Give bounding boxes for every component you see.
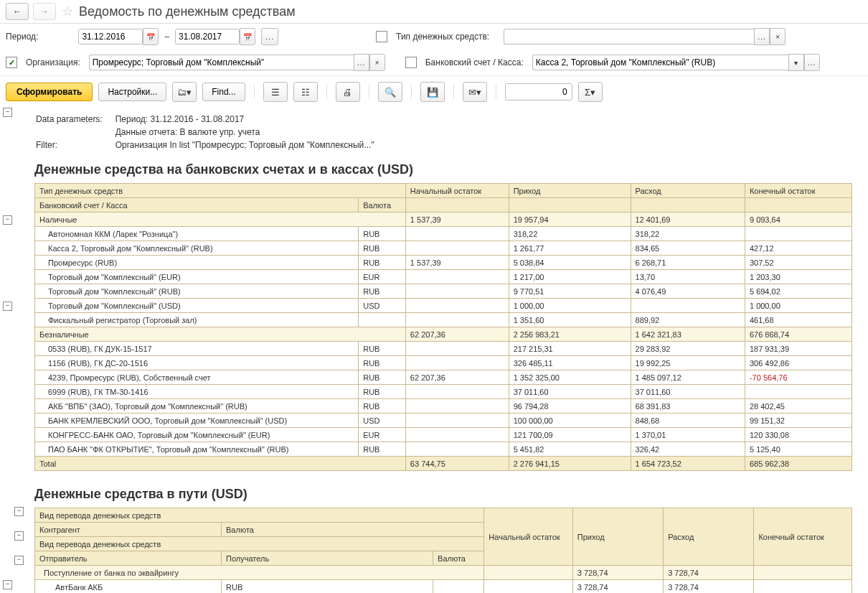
tree-collapse-icon[interactable]: − <box>14 507 24 516</box>
col-sender: Отправитель <box>35 551 222 566</box>
form-button[interactable]: Сформировать <box>6 83 93 101</box>
col-contr: Контрагент <box>35 523 222 537</box>
tree-collapse-icon[interactable]: − <box>3 580 12 589</box>
type-select-button[interactable]: ... <box>754 28 770 45</box>
table-row[interactable]: Касса 2, Торговый дом "Комплексный" (RUB… <box>35 241 852 256</box>
acct-checkbox[interactable] <box>405 57 417 68</box>
numeric-input[interactable] <box>505 83 572 101</box>
col-kind: Вид перевода денежных средств <box>35 508 484 523</box>
group-row[interactable]: Поступление от банка по эквайрингу <box>35 566 484 580</box>
col-curr: Валюта <box>359 198 406 213</box>
dp-line1: Период: 31.12.2016 - 31.08.2017 <box>115 113 386 125</box>
col-end: Конечный остаток <box>745 184 852 198</box>
group-row[interactable]: Безналичные <box>35 327 406 342</box>
col-acct: Банковский счет / Касса <box>35 198 359 213</box>
acct-label: Банковский счет / Касса: <box>425 57 524 67</box>
page-title: Ведомость по денежным средствам <box>79 4 296 19</box>
org-input[interactable] <box>89 55 354 70</box>
type-label: Тип денежных средств: <box>396 32 489 42</box>
variant-button[interactable]: 🗂▾ <box>172 82 197 102</box>
type-checkbox[interactable] <box>376 31 387 42</box>
table-row[interactable]: 6999 (RUB), ГК ТМ-30-1416RUB37 011,6037 … <box>35 385 852 399</box>
date-separator: – <box>164 32 169 42</box>
separator <box>369 85 369 99</box>
separator <box>254 85 255 99</box>
org-label: Организация: <box>26 57 80 67</box>
table-row[interactable]: ПАО БАНК "ФК ОТКРЫТИЕ", Торговый дом "Ко… <box>35 442 852 457</box>
col-out: Расход <box>631 184 745 198</box>
separator <box>496 85 496 99</box>
back-button[interactable]: ← <box>6 3 29 20</box>
save-icon[interactable]: 💾 <box>420 82 445 102</box>
col-in: Приход <box>509 184 631 198</box>
tree-collapse-icon[interactable]: − <box>14 556 24 565</box>
expand-all-icon[interactable]: ☰ <box>263 82 288 102</box>
find-button[interactable]: Find... <box>202 83 245 101</box>
table-row[interactable]: 4239, Промресурс (RUB), Собственный счет… <box>35 370 852 385</box>
filter-value: Организация In list "Промресурс; Торговы… <box>115 139 386 151</box>
type-input[interactable] <box>504 29 754 45</box>
table-row[interactable]: Торговый дом "Комплексный" (USD)USD1 000… <box>35 299 852 313</box>
filter-label: Filter: <box>36 139 114 151</box>
table-row[interactable]: Промресурс (RUB)RUB1 537,395 038,846 268… <box>35 256 852 270</box>
type-clear-button[interactable]: × <box>770 28 786 45</box>
col-curr: Валюта <box>222 523 484 537</box>
col-recv: Получатель <box>222 551 433 566</box>
separator <box>411 85 412 99</box>
col-start: Начальный остаток <box>405 184 509 198</box>
total-row: Total <box>35 457 406 471</box>
table-row[interactable]: Торговый дом "Комплексный" (RUB)RUB9 770… <box>35 284 852 299</box>
date-to-calendar-icon[interactable]: 📅 <box>240 28 255 45</box>
forward-button[interactable]: → <box>33 3 56 20</box>
date-from-input[interactable] <box>78 29 143 45</box>
table-row[interactable]: Торговый дом "Комплексный" (EUR)EUR1 217… <box>35 270 852 284</box>
tree-collapse-icon[interactable]: − <box>3 215 12 225</box>
org-clear-button[interactable]: × <box>369 54 385 71</box>
col-out: Расход <box>664 508 754 566</box>
col-kind2: Вид перевода денежных средств <box>35 537 484 551</box>
section1-title: Денежные средства на банковских счетах и… <box>34 162 868 177</box>
dp-label: Data parameters: <box>36 113 114 125</box>
mail-icon[interactable]: ✉▾ <box>463 82 487 102</box>
table-row[interactable]: КОНГРЕСС-БАНК ОАО, Торговый дом "Комплек… <box>35 428 852 442</box>
print-icon[interactable]: 🖨 <box>336 82 360 102</box>
org-select-button[interactable]: ... <box>354 54 369 71</box>
period-select-button[interactable]: ... <box>261 28 278 45</box>
tree-collapse-icon[interactable]: − <box>14 531 24 541</box>
acct-select-button[interactable]: ... <box>804 54 820 71</box>
table-row[interactable]: 0533 (RUB), ГК ДУК-15-1517RUB217 215,312… <box>35 342 852 356</box>
col-curr: Валюта <box>433 551 484 566</box>
table-row[interactable]: 1156 (RUB), ГК ДС-20-1516RUB326 485,1119… <box>35 356 852 370</box>
section2-title: Денежные средства в пути (USD) <box>34 487 868 502</box>
table-row[interactable]: БАНК КРЕМЛЕВСКИЙ ООО, Торговый дом "Комп… <box>35 414 852 428</box>
separator <box>326 85 327 99</box>
org-checkbox[interactable] <box>6 57 17 68</box>
tree-collapse-icon[interactable]: − <box>3 302 12 311</box>
separator <box>453 85 454 99</box>
date-to-input[interactable] <box>175 29 240 45</box>
tree-collapse-icon[interactable]: − <box>3 108 12 117</box>
col-type: Тип денежных средств <box>35 184 406 198</box>
collapse-all-icon[interactable]: ☷ <box>293 82 318 102</box>
table-row[interactable]: Автономная ККМ (Ларек "Розница")RUB318,2… <box>35 227 852 241</box>
table-row[interactable]: АКБ "ВПБ" (ЗАО), Торговый дом "Комплексн… <box>35 399 852 414</box>
table-row[interactable]: Фискальный регистратор (Торговый зал)1 3… <box>35 313 852 327</box>
col-end: Конечный остаток <box>754 508 852 566</box>
dp-line2: Данные отчета: В валюте упр. учета <box>115 126 386 138</box>
group-row[interactable]: Наличные <box>35 213 406 227</box>
date-from-calendar-icon[interactable]: 📅 <box>143 28 159 45</box>
favorite-icon[interactable]: ☆ <box>60 4 75 19</box>
period-label: Период: <box>6 32 38 42</box>
settings-button[interactable]: Настройки... <box>98 83 166 101</box>
acct-input[interactable] <box>532 55 788 70</box>
sum-icon[interactable]: Σ▾ <box>578 82 603 102</box>
preview-icon[interactable]: 🔍 <box>378 82 402 102</box>
acct-dropdown-icon[interactable]: ▾ <box>788 54 804 71</box>
table-row[interactable]: АвтБанк АКБRUB3 728,743 728,74 <box>35 580 852 594</box>
col-in: Приход <box>572 508 663 566</box>
col-start: Начальный остаток <box>484 508 572 566</box>
